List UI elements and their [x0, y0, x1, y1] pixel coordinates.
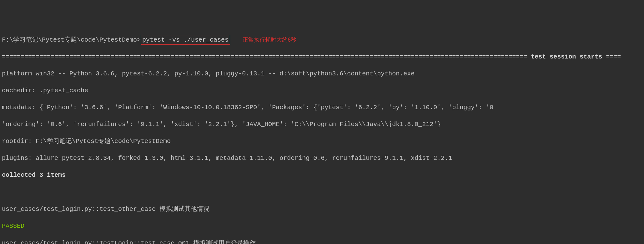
test-desc: 模拟测试其他情况	[159, 205, 209, 212]
prompt-path: F:\学习笔记\Pytest专题\code\PytestDemo>	[2, 36, 141, 43]
test-id: user_cases/test_login.py::TestLogin::tes…	[2, 240, 193, 244]
plugins-info: plugins: allure-pytest-2.8.34, forked-1.…	[2, 154, 644, 162]
test-id: user_cases/test_login.py::test_other_cas…	[2, 206, 159, 213]
rootdir-info: rootdir: F:\学习笔记\Pytest专题\code\PytestDem…	[2, 137, 644, 145]
platform-info: platform win32 -- Python 3.6.6, pytest-6…	[2, 69, 644, 78]
annotation-text: 正常执行耗时大约6秒	[243, 37, 296, 43]
cachedir-info: cachedir: .pytest_cache	[2, 86, 644, 95]
test-line-1: user_cases/test_login.py::test_other_cas…	[2, 205, 644, 213]
test-result-1: PASSED	[2, 222, 644, 230]
test-line-2: user_cases/test_login.py::TestLogin::tes…	[2, 239, 644, 244]
metadata-line-1: metadata: {'Python': '3.6.6', 'Platform'…	[2, 103, 644, 112]
collected-items: collected 3 items	[2, 171, 644, 179]
command-highlight-box: pytest -vs ./user_cases	[141, 35, 230, 45]
metadata-line-2: 'ordering': '0.6', 'rerunfailures': '9.1…	[2, 120, 644, 129]
blank-line	[2, 188, 644, 196]
session-start-divider: ========================================…	[2, 53, 644, 61]
test-desc: 模拟测试用户登录操作	[193, 239, 256, 244]
command-prompt-line: F:\学习笔记\Pytest专题\code\PytestDemo>pytest …	[2, 36, 644, 44]
session-start-label: test session starts	[531, 53, 602, 60]
